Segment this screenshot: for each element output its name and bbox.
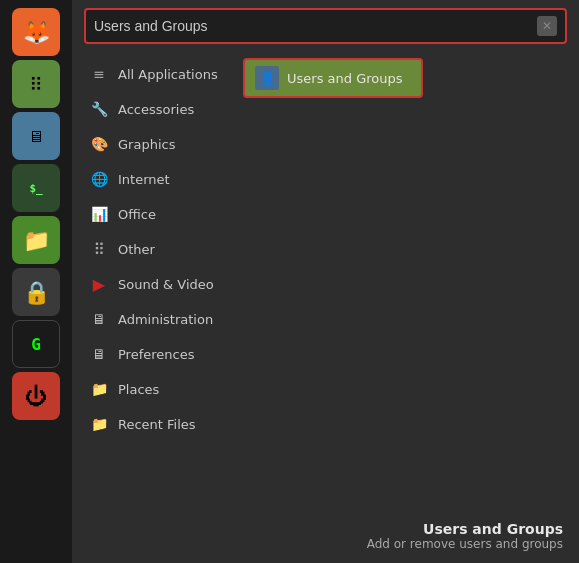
power-icon: ⏻ <box>25 384 47 409</box>
apps-icon: ⠿ <box>29 74 42 95</box>
category-all-applications[interactable]: ≡ All Applications <box>76 57 233 91</box>
grub-icon: G <box>31 335 41 354</box>
category-office[interactable]: 📊 Office <box>76 197 233 231</box>
category-preferences-label: Preferences <box>118 347 194 362</box>
results-area: 👤 Users and Groups <box>237 52 579 563</box>
category-recent-files-label: Recent Files <box>118 417 196 432</box>
app-result-label: Users and Groups <box>287 71 402 86</box>
sidebar-icon-files[interactable]: 📁 <box>12 216 60 264</box>
sidebar-icon-firefox[interactable]: 🦊 <box>12 8 60 56</box>
category-sound-video[interactable]: ▶ Sound & Video <box>76 267 233 301</box>
search-input[interactable] <box>94 18 537 34</box>
files-icon: 📁 <box>23 228 50 253</box>
app-desc-subtitle: Add or remove users and groups <box>367 537 563 551</box>
category-graphics-label: Graphics <box>118 137 175 152</box>
category-sound-video-label: Sound & Video <box>118 277 214 292</box>
app-desc-title: Users and Groups <box>367 521 563 537</box>
category-graphics[interactable]: 🎨 Graphics <box>76 127 233 161</box>
search-container: ✕ <box>72 0 579 52</box>
app-result-users-groups[interactable]: 👤 Users and Groups <box>243 58 423 98</box>
category-all-applications-label: All Applications <box>118 67 218 82</box>
sidebar-icon-terminal[interactable]: $_ <box>12 164 60 212</box>
main-panel: ✕ ≡ All Applications 🔧 Accessories 🎨 Gra… <box>72 0 579 563</box>
results-wrapper: 👤 Users and Groups Users and Groups Add … <box>237 52 579 563</box>
all-applications-icon: ≡ <box>88 63 110 85</box>
category-places[interactable]: 📁 Places <box>76 372 233 406</box>
category-accessories-label: Accessories <box>118 102 194 117</box>
preferences-icon: 🖥 <box>88 343 110 365</box>
sidebar-icon-lock[interactable]: 🔒 <box>12 268 60 316</box>
sidebar-icon-grub[interactable]: G <box>12 320 60 368</box>
category-other-label: Other <box>118 242 155 257</box>
sidebar-icon-power[interactable]: ⏻ <box>12 372 60 420</box>
category-office-label: Office <box>118 207 156 222</box>
category-recent-files[interactable]: 📁 Recent Files <box>76 407 233 441</box>
search-clear-button[interactable]: ✕ <box>537 16 557 36</box>
category-internet[interactable]: 🌐 Internet <box>76 162 233 196</box>
category-internet-label: Internet <box>118 172 170 187</box>
category-administration[interactable]: 🖥 Administration <box>76 302 233 336</box>
content-area: ≡ All Applications 🔧 Accessories 🎨 Graph… <box>72 52 579 563</box>
office-icon: 📊 <box>88 203 110 225</box>
search-bar: ✕ <box>84 8 567 44</box>
category-list: ≡ All Applications 🔧 Accessories 🎨 Graph… <box>72 52 237 563</box>
administration-icon: 🖥 <box>88 308 110 330</box>
other-icon: ⠿ <box>88 238 110 260</box>
recent-files-icon: 📁 <box>88 413 110 435</box>
places-icon: 📁 <box>88 378 110 400</box>
category-other[interactable]: ⠿ Other <box>76 232 233 266</box>
firefox-icon: 🦊 <box>23 20 50 45</box>
terminal-icon: $_ <box>29 182 42 195</box>
category-accessories[interactable]: 🔧 Accessories <box>76 92 233 126</box>
sidebar-icon-apps[interactable]: ⠿ <box>12 60 60 108</box>
accessories-icon: 🔧 <box>88 98 110 120</box>
category-administration-label: Administration <box>118 312 213 327</box>
sidebar: 🦊 ⠿ 🖥 $_ 📁 🔒 G ⏻ <box>0 0 72 563</box>
db-icon: 🖥 <box>28 127 44 146</box>
lock-icon: 🔒 <box>23 280 50 305</box>
category-preferences[interactable]: 🖥 Preferences <box>76 337 233 371</box>
internet-icon: 🌐 <box>88 168 110 190</box>
sound-video-icon: ▶ <box>88 273 110 295</box>
users-groups-app-icon: 👤 <box>255 66 279 90</box>
graphics-icon: 🎨 <box>88 133 110 155</box>
category-places-label: Places <box>118 382 159 397</box>
app-description: Users and Groups Add or remove users and… <box>367 521 563 551</box>
sidebar-icon-db[interactable]: 🖥 <box>12 112 60 160</box>
